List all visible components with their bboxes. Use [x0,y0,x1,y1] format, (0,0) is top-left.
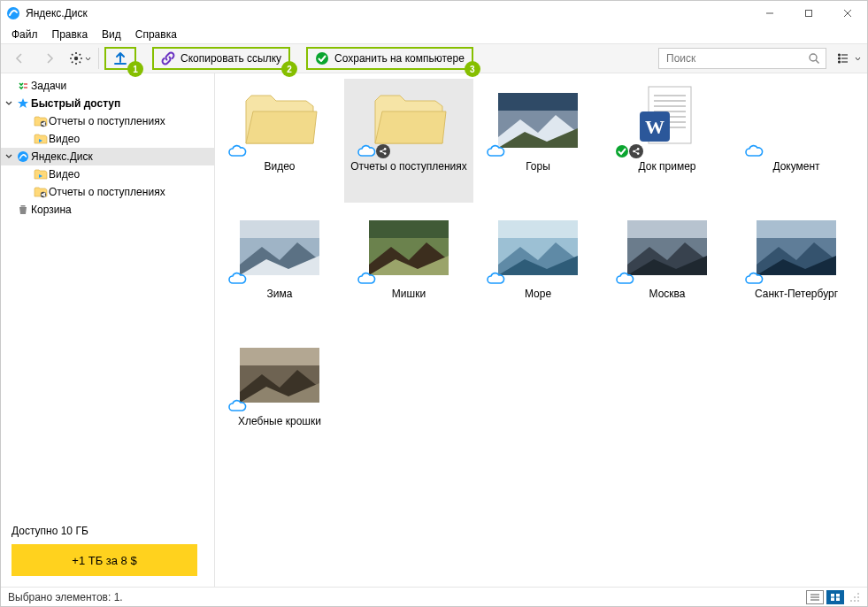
upload-button[interactable]: 1 [104,47,136,70]
menu-file[interactable]: Файл [6,27,43,42]
svg-line-17 [816,60,819,64]
storage-upgrade-button[interactable]: +1 ТБ за 8 $ [12,544,197,576]
cloud-icon [227,399,247,413]
svg-point-18 [838,54,840,56]
toolbar: 1 Скопировать ссылку 2 Сохранить на комп… [1,43,867,73]
file-tile[interactable]: WДок пример [603,79,732,203]
tree-item[interactable]: Видео [1,130,214,148]
file-tile[interactable]: Хлебные крошки [215,334,344,457]
tile-thumbnail [494,211,582,284]
file-tile[interactable]: Горы [473,79,603,203]
svg-point-57 [616,145,628,158]
settings-button[interactable] [66,47,93,70]
tile-label: Документ [732,160,861,173]
file-tile[interactable]: Мишки [344,206,473,330]
close-button[interactable] [828,1,867,26]
tree-item[interactable]: Яндекс.Диск [1,148,214,165]
tree-item[interactable]: Отчеты о поступлениях [1,183,214,201]
upload-badge: 1 [127,61,143,77]
cloud-icon [744,272,764,286]
maximize-button[interactable] [789,1,828,26]
tile-thumbnail [365,211,453,284]
tile-label: Горы [473,160,603,173]
storage-pane: Доступно 10 ГБ +1 ТБ за 8 $ [1,516,214,587]
file-tile[interactable]: Зима [215,206,344,330]
tree-item[interactable]: Задачи [1,77,214,95]
star-icon [15,97,31,110]
trash-icon [15,204,31,216]
tile-thumbnail [235,339,324,411]
menubar: Файл Правка Вид Справка [1,26,867,43]
tile-thumbnail [494,84,582,157]
menu-help[interactable]: Справка [130,27,182,42]
cloud-icon [486,272,505,286]
svg-point-83 [857,596,859,598]
cloud-icon [227,272,247,286]
cloud-icon [615,272,634,286]
svg-rect-78 [831,594,834,597]
copy-link-button[interactable]: Скопировать ссылку 2 [152,47,290,70]
svg-point-86 [854,600,856,602]
window-title: Яндекс.Диск [26,7,88,19]
menu-edit[interactable]: Правка [47,27,94,42]
nav-back-button[interactable] [6,47,33,70]
disk-icon [15,150,31,163]
svg-line-43 [381,149,386,151]
app-icon [6,6,20,20]
nav-forward-button[interactable] [36,47,63,70]
shared-icon [629,144,643,158]
view-icons-button[interactable] [826,590,844,604]
save-to-computer-button[interactable]: Сохранить на компьютере 3 [306,47,473,70]
view-mode-dropdown[interactable] [835,48,862,69]
tree-item-label: Корзина [31,204,72,216]
copy-link-label: Скопировать ссылку [181,52,281,65]
file-tile[interactable]: Море [473,206,603,330]
svg-rect-79 [836,594,840,597]
view-details-button[interactable] [806,590,824,604]
tree-item[interactable]: Отчеты о поступлениях [1,112,214,130]
storage-available-text: Доступно 10 ГБ [12,525,204,537]
svg-text:W: W [645,116,664,138]
file-tile[interactable]: Санкт-Петербург [732,206,861,330]
synced-icon [615,144,629,158]
tree-item-label: Отчеты о поступлениях [49,115,165,127]
file-tile[interactable]: Москва [603,206,732,330]
tree-item[interactable]: Корзина [1,201,214,219]
tile-thumbnail [752,84,841,157]
tree-item-label: Видео [49,168,80,181]
svg-line-12 [72,62,73,63]
tile-thumbnail [752,211,841,284]
titlebar: Яндекс.Диск [1,1,867,26]
toolbar-separator [98,48,99,69]
svg-rect-39 [21,205,26,207]
file-tile[interactable]: Видео [215,79,344,203]
status-text: Выбрано элементов: 1. [8,591,123,603]
tree-item-label: Яндекс.Диск [31,150,93,163]
svg-point-0 [7,7,19,19]
svg-line-10 [72,54,73,55]
svg-point-84 [854,596,856,598]
tile-label: Отчеты о поступлениях [344,160,473,173]
svg-point-20 [838,61,840,63]
shared-icon [376,144,390,158]
file-grid[interactable]: ВидеоОтчеты о поступленияхГорыWДок приме… [215,73,867,587]
tile-thumbnail [235,211,324,284]
link-icon [161,51,175,65]
tree-item[interactable]: Видео [1,165,214,183]
tree-expander-icon[interactable] [3,153,15,160]
tree-item-label: Задачи [31,80,66,92]
check-icon [315,51,329,65]
file-tile[interactable]: Документ [732,79,861,203]
file-tile[interactable]: Отчеты о поступлениях [344,79,473,203]
tree: ЗадачиБыстрый доступОтчеты о поступления… [1,73,214,516]
tile-thumbnail [235,84,324,157]
tree-item[interactable]: Быстрый доступ [1,95,214,112]
tree-expander-icon[interactable] [3,100,15,107]
search-box[interactable] [658,48,826,69]
minimize-button[interactable] [750,1,789,26]
search-icon [808,52,820,65]
menu-view[interactable]: Вид [96,27,127,42]
search-input[interactable] [664,51,808,65]
svg-point-15 [316,52,328,65]
svg-point-16 [810,54,817,61]
